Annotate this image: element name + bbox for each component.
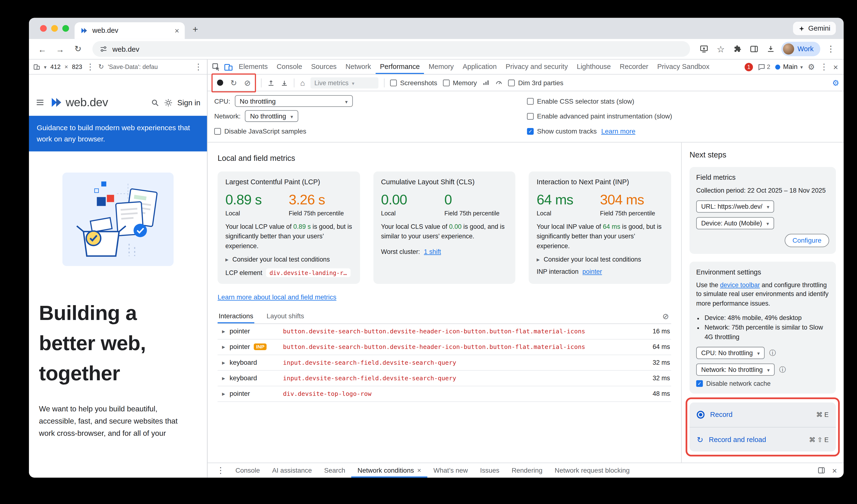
interaction-target-link[interactable]: input.devsite-search-field.devsite-searc… bbox=[283, 374, 645, 382]
tab-console[interactable]: Console bbox=[272, 60, 307, 74]
info-icon[interactable] bbox=[779, 365, 786, 375]
zoom-menu-icon[interactable] bbox=[86, 62, 95, 72]
site-logo[interactable]: web.dev bbox=[50, 96, 108, 109]
maximize-window-button[interactable] bbox=[63, 25, 69, 32]
interaction-row[interactable]: keyboard input.devsite-search-field.devs… bbox=[217, 371, 671, 386]
drawer-tab-network-request-blocking[interactable]: Network request blocking bbox=[549, 463, 636, 477]
forward-button[interactable] bbox=[52, 41, 68, 57]
profile-button[interactable]: Work bbox=[782, 41, 820, 56]
device-toolbar-link[interactable]: device toolbar bbox=[720, 282, 760, 288]
load-profile-icon[interactable] bbox=[268, 79, 275, 87]
checkbox-icon[interactable] bbox=[527, 113, 534, 119]
expander-triangle-icon[interactable] bbox=[222, 374, 225, 382]
tab-network[interactable]: Network bbox=[341, 60, 375, 74]
device-toolbar-menu-icon[interactable] bbox=[194, 62, 203, 72]
sign-in-link[interactable]: Sign in bbox=[177, 98, 200, 107]
drawer-menu-icon[interactable] bbox=[212, 466, 229, 475]
site-search-icon[interactable] bbox=[151, 98, 159, 107]
capture-settings-icon[interactable] bbox=[832, 78, 839, 88]
paint-instrumentation-checkbox[interactable]: Enable advanced paint instrumentation (s… bbox=[527, 112, 672, 120]
clear-icon[interactable] bbox=[244, 78, 251, 88]
checkbox-checked-icon[interactable] bbox=[527, 128, 534, 134]
toggle-device-toolbar-icon[interactable] bbox=[222, 61, 234, 73]
save-profile-icon[interactable] bbox=[281, 79, 288, 87]
checkbox-icon[interactable] bbox=[443, 79, 450, 86]
new-tab-button[interactable] bbox=[188, 22, 202, 37]
tab-privacy-sandbox[interactable]: Privacy Sandbox bbox=[653, 60, 714, 74]
network-throttle-icon[interactable] bbox=[483, 79, 490, 86]
expander-triangle-icon[interactable] bbox=[222, 359, 225, 367]
back-button[interactable] bbox=[34, 41, 50, 57]
screenshots-checkbox[interactable]: Screenshots bbox=[390, 79, 437, 87]
interaction-row[interactable]: pointer div.devsite-top-logo-row 48 ms bbox=[217, 386, 671, 402]
console-message-badge[interactable]: 2 bbox=[758, 63, 770, 70]
info-icon[interactable] bbox=[769, 349, 776, 358]
css-selector-stats-checkbox[interactable]: Enable CSS selector stats (slow) bbox=[527, 97, 634, 105]
cpu-throttle-icon[interactable] bbox=[495, 79, 502, 86]
side-panel-icon[interactable] bbox=[747, 41, 761, 56]
theme-toggle-icon[interactable] bbox=[164, 98, 172, 107]
device-height-field[interactable]: 823 bbox=[72, 63, 82, 70]
interaction-row[interactable]: pointer button.devsite-search-button.dev… bbox=[217, 324, 671, 339]
devtools-close-icon[interactable] bbox=[833, 62, 838, 71]
field-device-select[interactable]: Device: Auto (Mobile) bbox=[696, 217, 774, 229]
learn-more-link[interactable]: Learn more bbox=[601, 127, 636, 135]
disable-js-samples-checkbox[interactable]: Disable JavaScript samples bbox=[214, 127, 306, 135]
drawer-tab-console[interactable]: Console bbox=[229, 463, 266, 477]
inspect-element-icon[interactable] bbox=[210, 61, 222, 73]
tab-lighthouse[interactable]: Lighthouse bbox=[572, 60, 615, 74]
tab-close-icon[interactable] bbox=[175, 27, 179, 35]
interaction-target-link[interactable]: button.devsite-search-button.devsite-hea… bbox=[283, 343, 645, 351]
checkbox-icon[interactable] bbox=[390, 79, 397, 86]
error-count-badge[interactable]: 1 bbox=[744, 63, 753, 71]
reload-button[interactable] bbox=[70, 41, 86, 57]
browser-menu-icon[interactable] bbox=[824, 41, 838, 56]
field-url-select[interactable]: URL: https://web.dev/ bbox=[696, 200, 774, 213]
gemini-button[interactable]: Gemini bbox=[793, 22, 836, 35]
close-window-button[interactable] bbox=[40, 25, 47, 32]
downloads-icon[interactable] bbox=[763, 41, 778, 56]
network-throttling-select[interactable]: No throttling bbox=[245, 110, 298, 122]
drawer-tab-issues[interactable]: Issues bbox=[474, 463, 506, 477]
record-and-reload-button[interactable]: Record and reload ⌘ ⇧ E bbox=[690, 427, 836, 452]
device-select-arrow-icon[interactable] bbox=[44, 63, 47, 70]
tab-performance[interactable]: Performance bbox=[375, 60, 424, 74]
context-selector[interactable]: Main bbox=[775, 63, 803, 71]
clear-interactions-icon[interactable] bbox=[660, 312, 671, 320]
expander-triangle-icon[interactable] bbox=[222, 343, 225, 351]
cpu-throttling-select[interactable]: No throttling bbox=[235, 95, 353, 107]
inp-test-conditions-expander[interactable]: Consider your local test conditions bbox=[537, 256, 663, 263]
interaction-row[interactable]: pointerINP button.devsite-search-button.… bbox=[217, 339, 671, 355]
tab-layout-shifts[interactable]: Layout shifts bbox=[266, 309, 305, 323]
drawer-tab-search[interactable]: Search bbox=[318, 463, 351, 477]
record-icon[interactable] bbox=[217, 80, 223, 86]
tab-elements[interactable]: Elements bbox=[234, 60, 272, 74]
drawer-tab-network-conditions[interactable]: Network conditions bbox=[351, 463, 427, 477]
toggle-drawer-layout-icon[interactable] bbox=[818, 467, 825, 474]
env-network-select[interactable]: Network: No throttling bbox=[696, 364, 775, 376]
address-bar[interactable]: web.dev bbox=[93, 41, 690, 57]
device-type-icon[interactable] bbox=[33, 63, 40, 70]
inp-interaction-link[interactable]: pointer bbox=[582, 268, 602, 275]
lcp-element-link[interactable]: div.devsite-landing-row-ite… bbox=[266, 268, 351, 277]
close-drawer-icon[interactable] bbox=[832, 466, 837, 475]
tab-memory[interactable]: Memory bbox=[424, 60, 458, 74]
site-settings-icon[interactable] bbox=[100, 45, 107, 53]
checkbox-checked-icon[interactable] bbox=[696, 381, 703, 387]
drawer-tab-ai-assistance[interactable]: AI assistance bbox=[266, 463, 318, 477]
browser-tab[interactable]: web.dev bbox=[74, 22, 185, 39]
rotate-device-icon[interactable] bbox=[98, 63, 104, 71]
devtools-settings-icon[interactable] bbox=[808, 63, 815, 71]
checkbox-icon[interactable] bbox=[508, 79, 515, 86]
interaction-row[interactable]: keyboard input.devsite-search-field.devs… bbox=[217, 355, 671, 370]
disable-network-cache-checkbox[interactable]: Disable network cache bbox=[696, 381, 829, 387]
tab-recorder[interactable]: Recorder bbox=[615, 60, 653, 74]
record-and-reload-icon[interactable] bbox=[230, 78, 237, 87]
interaction-target-link[interactable]: button.devsite-search-button.devsite-hea… bbox=[283, 327, 645, 335]
interaction-target-link[interactable]: div.devsite-top-logo-row bbox=[283, 390, 645, 397]
bookmark-icon[interactable] bbox=[713, 41, 728, 56]
lcp-test-conditions-expander[interactable]: Consider your local test conditions bbox=[225, 256, 352, 263]
site-banner[interactable]: Guidance to build modern web experiences… bbox=[29, 116, 207, 152]
dim-third-parties-checkbox[interactable]: Dim 3rd parties bbox=[508, 79, 564, 87]
device-width-field[interactable]: 412 bbox=[50, 63, 61, 70]
